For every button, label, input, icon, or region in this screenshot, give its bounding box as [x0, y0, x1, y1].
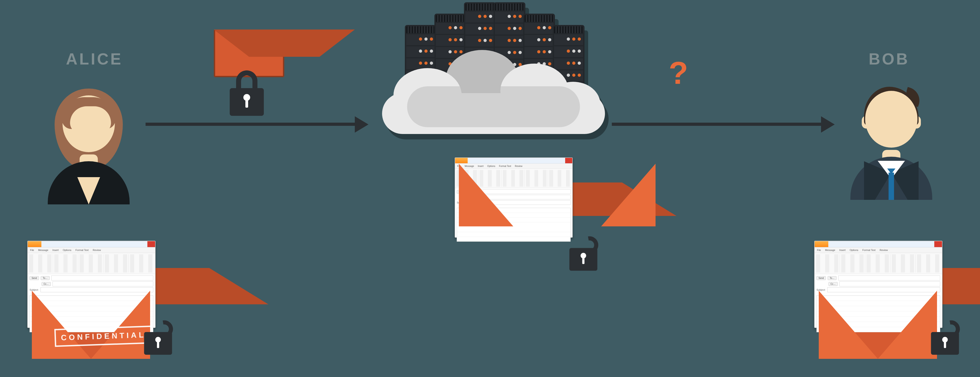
send-button: Send [30, 276, 39, 280]
tab: File [817, 249, 821, 252]
open-envelope-alice: File Message Insert Options Format Text … [18, 241, 164, 359]
window-titlebar [815, 241, 942, 247]
person-alice-icon [41, 86, 137, 204]
ribbon-group [105, 254, 129, 272]
ribbon [815, 253, 942, 274]
tab: Review [515, 165, 522, 167]
ribbon-group [80, 254, 103, 272]
ribbon [28, 253, 155, 274]
arrow-right-icon [612, 123, 821, 126]
ribbon-group [816, 254, 840, 272]
arrow-right-icon [146, 123, 355, 126]
question-mark-icon: ? [669, 54, 688, 91]
ribbon-group [867, 254, 890, 272]
cc-field [840, 281, 940, 287]
window-titlebar [28, 241, 155, 247]
ribbon-group [29, 254, 53, 272]
cloud-icon [373, 66, 614, 141]
cc-button: Cc… [41, 282, 51, 286]
cc-field [52, 281, 153, 287]
to-button: To… [41, 276, 49, 280]
to-field [51, 276, 153, 280]
lock-open-icon [570, 233, 597, 271]
tab: Insert [52, 249, 59, 252]
tab: Insert [839, 249, 846, 252]
ribbon-tabs: File Message Insert Options Format Text … [815, 247, 942, 253]
label-alice: ALICE [66, 50, 123, 68]
lock-open-icon [931, 317, 959, 355]
ribbon-group [549, 170, 571, 187]
ribbon-group [917, 254, 941, 272]
to-field [838, 276, 940, 280]
ribbon-tabs: File Message Insert Options Format Text … [28, 247, 155, 253]
lock-open-icon [144, 317, 172, 355]
encryption-in-transit-diagram: ALICE BOB ? [0, 0, 980, 377]
window-titlebar [455, 158, 572, 163]
tab: Format Text [75, 249, 89, 252]
tab: Options [850, 249, 858, 252]
tab: Format Text [862, 249, 876, 252]
person-bob-icon [843, 82, 939, 200]
ribbon-group [841, 254, 865, 272]
label-bob: BOB [869, 50, 910, 68]
ribbon-group [526, 170, 548, 187]
open-envelope-cloud: File Message Insert Options Format Text … [446, 157, 668, 227]
cloud-servers-icon [373, 0, 614, 143]
open-envelope-bob: File Message Insert Options Format Text … [805, 241, 951, 359]
lock-closed-icon [230, 70, 264, 116]
tab: Options [63, 249, 72, 252]
confidential-stamp: CONFIDENTIAL [54, 326, 153, 347]
ribbon-group [130, 254, 154, 272]
tab: File [30, 249, 34, 252]
tab: Review [93, 249, 101, 252]
envelope-icon [214, 30, 284, 77]
ribbon-group [54, 254, 78, 272]
ribbon-group [892, 254, 916, 272]
tab: Review [880, 249, 888, 252]
arrow-head-icon [355, 116, 368, 133]
send-button: Send [816, 276, 826, 280]
arrow-head-icon [821, 116, 835, 133]
tab: Message [38, 249, 48, 252]
tab: Message [825, 249, 835, 252]
cc-button: Cc… [829, 282, 838, 286]
to-button: To… [827, 276, 837, 280]
